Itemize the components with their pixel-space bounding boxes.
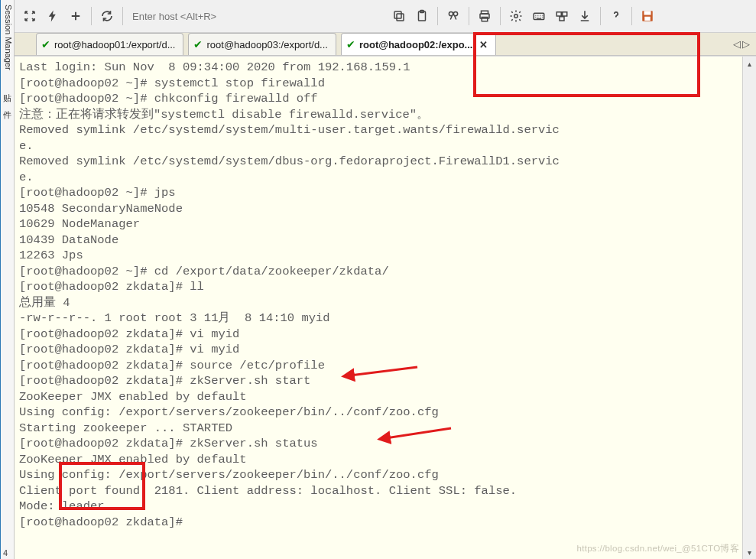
svg-point-5: [453, 11, 457, 15]
toolbar-separator: [122, 7, 123, 25]
svg-rect-13: [560, 17, 564, 21]
svg-rect-16: [644, 17, 651, 21]
toolbar-separator: [91, 7, 92, 25]
sidebar-num: 4: [1, 547, 14, 559]
sidebar-tab-file[interactable]: 件: [1, 99, 14, 109]
terminal-line: e.: [19, 170, 738, 186]
terminal-line: [root@hadoop02 ~]# jps: [19, 185, 738, 201]
main-toolbar: [15, 0, 756, 33]
download-icon[interactable]: [574, 5, 595, 27]
keyboard-icon[interactable]: [528, 5, 550, 27]
terminal-line: 10629 NodeManager: [19, 216, 738, 232]
terminal-line: [root@hadoop02 zkdata]# vi myid: [19, 342, 738, 358]
scrollbar[interactable]: ▴ ▾: [742, 57, 756, 559]
multi-monitor-icon[interactable]: [551, 5, 573, 27]
terminal-line: Mode: leader: [19, 499, 738, 515]
terminal-line: Using config: /export/servers/zookeeper/…: [19, 405, 738, 421]
toolbar-separator: [500, 7, 501, 25]
check-icon: ✔: [41, 38, 50, 50]
terminal-line: Last login: Sun Nov 8 09:34:00 2020 from…: [19, 60, 738, 76]
close-icon[interactable]: ✕: [479, 39, 488, 50]
sidebar-tab-session-manager[interactable]: Session Manager: [1, 0, 14, 75]
toolbar-separator: [437, 7, 438, 25]
terminal-line: 12263 Jps: [19, 248, 738, 264]
toolbar-separator: [600, 7, 601, 25]
terminal-line: [root@hadoop02 zkdata]#: [19, 515, 738, 531]
toolbar-separator: [469, 7, 469, 25]
lightning-icon[interactable]: [42, 5, 63, 27]
terminal-line: [root@hadoop02 zkdata]# zkServer.sh star…: [19, 373, 738, 389]
watermark-text: https://blog.csdn.net/wei_@51CTO博客: [576, 543, 739, 554]
sidebar-tab-paste[interactable]: 贴: [1, 83, 14, 92]
svg-rect-0: [397, 14, 404, 21]
terminal-line: [root@hadoop02 zkdata]# source /etc/prof…: [19, 358, 738, 374]
terminal-line: [root@hadoop02 zkdata]# vi myid: [19, 327, 738, 343]
terminal-line: [root@hadoop02 ~]# chkconfig firewalld o…: [19, 91, 738, 107]
tab-hadoop03[interactable]: ✔ root@hadoop03:/export/d...: [188, 33, 336, 55]
session-tabs: ✔ root@hadoop01:/export/d... ✔ root@hado…: [15, 33, 756, 56]
terminal-line: Starting zookeeper ... STARTED: [19, 421, 738, 437]
terminal-line: Removed symlink /etc/systemd/system/mult…: [19, 122, 738, 138]
svg-rect-11: [556, 12, 561, 16]
check-icon: ✔: [193, 38, 203, 50]
svg-point-9: [514, 15, 518, 18]
terminal-line: ZooKeeper JMX enabled by default: [19, 452, 738, 468]
host-input-wrap: [129, 7, 274, 25]
sidebar: Session Manager 贴 件 4: [0, 0, 15, 559]
terminal-line: 注意：正在将请求转发到"systemctl disable firewalld.…: [19, 107, 738, 123]
reconnect-icon[interactable]: [19, 5, 41, 27]
terminal-line: ZooKeeper JMX enabled by default: [19, 389, 738, 405]
svg-rect-1: [394, 11, 401, 18]
find-icon[interactable]: [443, 5, 464, 27]
plus-icon[interactable]: [65, 5, 86, 27]
host-input[interactable]: [129, 7, 274, 25]
print-icon[interactable]: [474, 5, 495, 27]
copy-icon[interactable]: [388, 5, 410, 27]
tab-label: root@hadoop03:/export/d...: [206, 39, 327, 50]
tabs-scroll-right[interactable]: ▷: [742, 38, 750, 50]
save-disk-icon[interactable]: [637, 5, 658, 27]
tab-hadoop02[interactable]: ✔ root@hadoop02:/expo... ✕: [341, 33, 496, 55]
paste-icon[interactable]: [411, 5, 433, 27]
terminal-line: Client port found: 2181. Client address:…: [19, 483, 738, 499]
terminal-line: [root@hadoop02 zkdata]# ll: [19, 279, 738, 295]
scroll-up-icon[interactable]: ▴: [743, 57, 756, 70]
terminal-line: -rw-r--r--. 1 root root 3 11月 8 14:10 my…: [19, 310, 738, 327]
refresh-icon[interactable]: [96, 5, 118, 27]
terminal-line: 10548 SecondaryNameNode: [19, 201, 738, 217]
terminal-line: [root@hadoop02 zkdata]# zkServer.sh stat…: [19, 436, 738, 452]
terminal-line: [root@hadoop02 ~]# cd /export/data/zooke…: [19, 264, 738, 280]
tab-hadoop01[interactable]: ✔ root@hadoop01:/export/d...: [36, 33, 183, 55]
svg-rect-12: [563, 12, 567, 16]
terminal-line: 10439 DataNode: [19, 232, 738, 249]
terminal-line: Removed symlink /etc/systemd/system/dbus…: [19, 154, 738, 170]
terminal-line: Using config: /export/servers/zookeeper/…: [19, 467, 738, 483]
check-icon: ✔: [346, 38, 355, 50]
svg-point-4: [449, 11, 453, 15]
terminal-line: 总用量 4: [19, 295, 738, 311]
tab-label: root@hadoop02:/expo...: [359, 39, 472, 50]
terminal-output[interactable]: Last login: Sun Nov 8 09:34:00 2020 from…: [15, 57, 742, 559]
tabs-scroll-left[interactable]: ◁: [733, 38, 741, 50]
svg-rect-15: [644, 11, 651, 15]
toolbar-separator: [631, 7, 632, 25]
help-icon[interactable]: [605, 5, 627, 27]
terminal-line: e.: [19, 138, 738, 154]
scroll-down-icon[interactable]: ▾: [743, 545, 756, 559]
settings-icon[interactable]: [505, 5, 527, 27]
tab-label: root@hadoop01:/export/d...: [54, 39, 175, 50]
terminal-line: [root@hadoop02 ~]# systemctl stop firewa…: [19, 76, 738, 92]
